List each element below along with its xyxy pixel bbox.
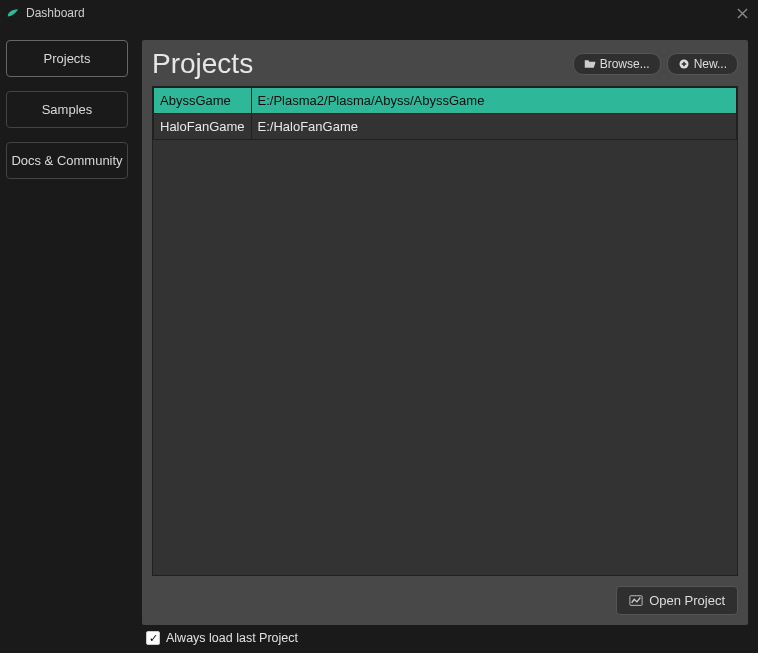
project-name: HaloFanGame (154, 114, 252, 140)
open-project-label: Open Project (649, 593, 725, 608)
project-name: AbyssGame (154, 88, 252, 114)
table-row[interactable]: AbyssGame E:/Plasma2/Plasma/Abyss/AbyssG… (154, 88, 737, 114)
project-path: E:/HaloFanGame (251, 114, 736, 140)
sidebar-item-label: Docs & Community (11, 153, 122, 168)
sidebar: Projects Samples Docs & Community (0, 26, 134, 653)
folder-open-icon (584, 58, 596, 70)
sidebar-item-label: Samples (42, 102, 93, 117)
app-logo-icon (6, 6, 20, 20)
titlebar: Dashboard (0, 0, 758, 26)
window-title: Dashboard (26, 6, 85, 20)
new-button[interactable]: New... (667, 53, 738, 75)
open-project-button[interactable]: Open Project (616, 586, 738, 615)
always-load-label: Always load last Project (166, 631, 298, 645)
sidebar-item-docs-community[interactable]: Docs & Community (6, 142, 128, 179)
projects-table: AbyssGame E:/Plasma2/Plasma/Abyss/AbyssG… (152, 86, 738, 576)
sidebar-item-label: Projects (44, 51, 91, 66)
plus-circle-icon (678, 58, 690, 70)
panel-title: Projects (152, 48, 573, 80)
close-icon[interactable] (732, 3, 752, 23)
table-row[interactable]: HaloFanGame E:/HaloFanGame (154, 114, 737, 140)
new-label: New... (694, 57, 727, 71)
browse-button[interactable]: Browse... (573, 53, 661, 75)
sidebar-item-projects[interactable]: Projects (6, 40, 128, 77)
always-load-checkbox[interactable]: ✓ (146, 631, 160, 645)
chart-icon (629, 594, 643, 608)
projects-panel: Projects Browse... New... AbyssGame (142, 40, 748, 625)
sidebar-item-samples[interactable]: Samples (6, 91, 128, 128)
project-path: E:/Plasma2/Plasma/Abyss/AbyssGame (251, 88, 736, 114)
browse-label: Browse... (600, 57, 650, 71)
